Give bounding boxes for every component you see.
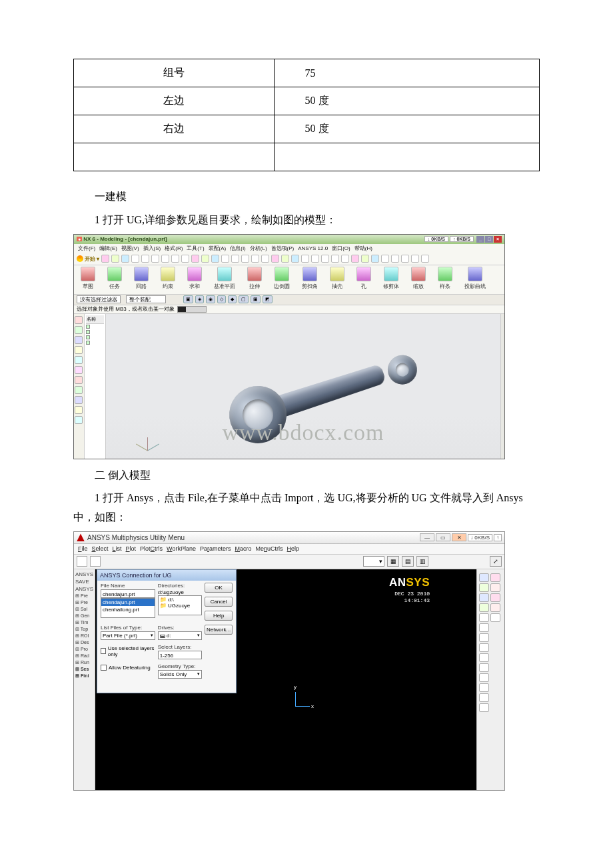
maximize-button[interactable]: □ (485, 236, 493, 243)
menu-help[interactable]: Help (287, 545, 300, 552)
tool-icon[interactable] (241, 255, 249, 263)
rail-icon[interactable] (75, 326, 83, 334)
spline-icon[interactable] (438, 267, 452, 281)
tree-item[interactable]: ⊞ Pre (75, 599, 93, 606)
file-list-item-selected[interactable]: chendajun.prt (101, 599, 155, 606)
tool-icon[interactable] (391, 255, 399, 263)
shell-icon[interactable] (330, 267, 344, 281)
tool-icon[interactable] (141, 255, 149, 263)
menu-select[interactable]: Select (92, 545, 109, 552)
tool-icon[interactable] (271, 255, 279, 263)
trim-icon[interactable] (303, 267, 317, 281)
pan-up-icon[interactable] (479, 683, 489, 692)
tree-item[interactable]: ⊞ Pro (75, 646, 93, 653)
tree-item[interactable]: ⊞ Tim (75, 619, 93, 626)
tree-item[interactable]: ⊞ Run (75, 659, 93, 666)
view-prev-icon[interactable] (479, 663, 489, 672)
filter-chip-icon[interactable]: ▣ (183, 295, 193, 303)
select-layers-input[interactable]: 1-256 (158, 651, 203, 659)
rail-icon[interactable] (75, 316, 83, 324)
filter-chip-icon[interactable]: ◩ (263, 295, 273, 303)
menu-plot[interactable]: Plot (126, 545, 137, 552)
rail-icon[interactable] (75, 336, 83, 344)
zoom-out-icon[interactable] (490, 613, 500, 622)
zoom-box-icon[interactable] (479, 643, 489, 652)
nx-menu-item[interactable]: 视图(V) (120, 245, 141, 252)
loop-icon[interactable] (134, 267, 149, 281)
datum-plane-icon[interactable] (217, 267, 232, 281)
geometry-type-dropdown[interactable]: Solids Only▾ (158, 670, 203, 679)
tool-icon[interactable] (211, 255, 219, 263)
tool-icon[interactable] (191, 255, 199, 263)
tool-icon[interactable] (161, 255, 169, 263)
allow-defeaturing-checkbox[interactable]: Allow Defeaturing (101, 665, 155, 671)
start-menu-button[interactable]: 开始 ▾ (77, 255, 99, 263)
file-type-dropdown[interactable]: Part File (*.prt)▾ (101, 631, 155, 640)
rail-icon[interactable] (75, 396, 83, 404)
nx-part-navigator[interactable]: 名称 (85, 314, 106, 459)
selection-filter-dropdown[interactable]: 没有选择过滤器 (77, 295, 121, 303)
hint-scroll[interactable] (177, 306, 207, 313)
drives-dropdown[interactable]: 🖴 d:▾ (158, 631, 203, 640)
rail-icon[interactable] (75, 386, 83, 394)
tool-icon[interactable] (311, 255, 319, 263)
rail-icon[interactable] (75, 356, 83, 364)
view-bottom-icon[interactable] (490, 593, 500, 602)
menu-macro[interactable]: Macro (235, 545, 252, 552)
dynamic-icon[interactable] (479, 703, 489, 712)
tool-icon[interactable] (401, 255, 409, 263)
minimize-button[interactable]: — (420, 533, 434, 541)
close-button[interactable]: × (494, 236, 502, 243)
tool-icon[interactable] (411, 255, 419, 263)
tool-icon[interactable] (321, 255, 329, 263)
tool-icon[interactable] (281, 255, 289, 263)
filter-chip-icon[interactable]: ◉ (206, 295, 215, 303)
tree-item[interactable]: ⊞ Sol (75, 606, 93, 613)
rotate-icon[interactable] (479, 633, 489, 642)
tool-icon[interactable] (231, 255, 239, 263)
tool-icon[interactable] (151, 255, 159, 263)
tool-icon[interactable] (301, 255, 309, 263)
tree-item[interactable]: ⊞ ROI (75, 633, 93, 639)
tool-icon[interactable] (371, 255, 379, 263)
menu-plotctrls[interactable]: PlotCtrls (140, 545, 163, 552)
tree-item[interactable]: ⊞ Rad (75, 653, 93, 659)
tree-item[interactable]: ⊞ Gen (75, 613, 93, 619)
tool-icon[interactable] (341, 255, 349, 263)
tool-icon[interactable] (201, 255, 209, 263)
nx-menu-item[interactable]: 装配(A) (207, 245, 228, 252)
view-iso-icon[interactable] (479, 573, 489, 582)
view-right-icon[interactable] (490, 603, 500, 612)
zoom-fit-icon[interactable] (479, 653, 489, 662)
minimize-button[interactable]: _ (476, 236, 484, 243)
file-list-item[interactable]: chenhailong.prt (101, 606, 155, 613)
tool-icon[interactable] (131, 255, 139, 263)
cancel-button[interactable]: Cancel (205, 597, 233, 607)
filter-chip-icon[interactable]: ◇ (217, 295, 226, 303)
nx-menu-item[interactable]: 分析(L) (249, 245, 269, 252)
dir-item[interactable]: UGzuoye (160, 603, 201, 609)
tree-item[interactable]: ⊞ Fini (75, 673, 93, 679)
open-file-icon[interactable] (90, 556, 101, 567)
view-next-icon[interactable] (479, 673, 489, 682)
tool-icon[interactable] (171, 255, 179, 263)
tool-icon[interactable] (381, 255, 389, 263)
trimbody-icon[interactable] (384, 267, 398, 281)
toolbar-raise-icon[interactable]: ⤢ (490, 556, 502, 567)
menu-list[interactable]: List (113, 545, 122, 552)
file-name-input[interactable]: chendajun.prt (101, 589, 155, 598)
nx-menu-item[interactable]: 帮助(H) (353, 245, 374, 252)
tool-icon[interactable] (331, 255, 339, 263)
selection-scope-dropdown[interactable]: 整个装配 (126, 295, 166, 303)
rail-icon[interactable] (75, 366, 83, 374)
nx-menu-item[interactable]: 文件(F) (77, 245, 97, 252)
tree-item[interactable]: ⊞ Ses (75, 666, 93, 673)
ok-button[interactable]: OK (205, 583, 233, 593)
tool-icon[interactable] (261, 255, 269, 263)
sum-icon[interactable] (187, 267, 202, 281)
menu-workplane[interactable]: WorkPlane (167, 545, 196, 552)
menu-menuctrls[interactable]: MenuCtrls (256, 545, 283, 552)
sketch-icon[interactable] (81, 267, 95, 281)
tool-icon[interactable] (361, 255, 369, 263)
ansys-main-menu[interactable]: ANSYS SAVE ANSYS ⊞ Pre ⊞ Pre ⊞ Sol ⊞ Gen… (74, 569, 95, 791)
